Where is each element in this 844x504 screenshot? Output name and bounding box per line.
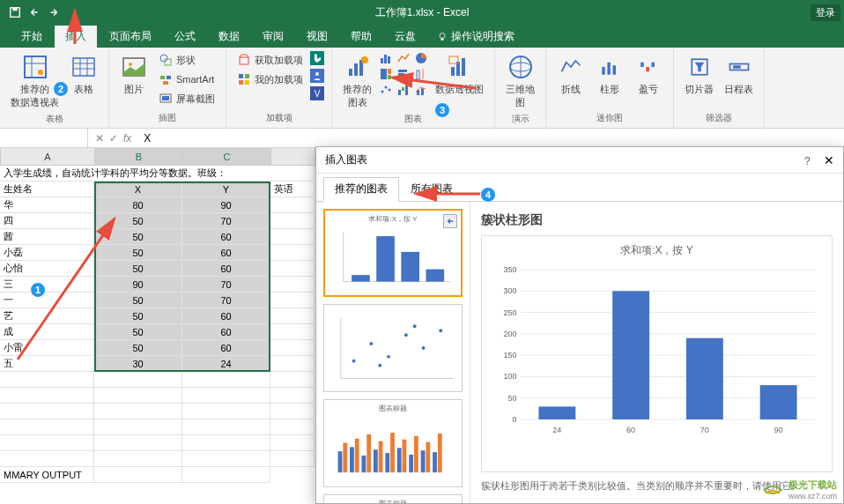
chart-thumb-2[interactable] bbox=[323, 304, 463, 392]
cancel-icon[interactable]: ✕ bbox=[95, 132, 104, 145]
cell-x[interactable]: 50 bbox=[94, 308, 182, 324]
save-icon[interactable] bbox=[7, 4, 23, 20]
tab-view[interactable]: 视图 bbox=[296, 26, 338, 48]
shapes-button[interactable]: 形状 bbox=[155, 51, 218, 69]
cell-header-name[interactable]: 生姓名 bbox=[0, 182, 94, 197]
smartart-button[interactable]: SmartArt bbox=[155, 70, 218, 88]
cell-empty[interactable] bbox=[182, 419, 270, 435]
bar-chart-icon[interactable] bbox=[396, 67, 411, 81]
visio-icon[interactable]: V bbox=[310, 86, 324, 100]
cell-name[interactable]: 小雷 bbox=[0, 340, 94, 356]
cell-empty[interactable] bbox=[0, 388, 94, 404]
pivot-chart-button[interactable]: 数据透视图 bbox=[432, 51, 487, 98]
expand-icon[interactable] bbox=[443, 214, 457, 228]
chart-thumb-3[interactable]: 图表标题 bbox=[323, 399, 463, 487]
cell-empty[interactable] bbox=[270, 451, 315, 467]
tab-review[interactable]: 审阅 bbox=[252, 26, 294, 48]
cell-x[interactable]: 50 bbox=[94, 340, 182, 356]
chart-preview[interactable]: 求和项:X，按 Y 05010015020025030035024607090 bbox=[481, 235, 833, 472]
name-box[interactable] bbox=[0, 129, 88, 147]
col-header-c[interactable]: C bbox=[183, 148, 271, 166]
cell-empty[interactable] bbox=[94, 404, 182, 419]
chart-thumb-1[interactable]: 求和项:X，按 Y bbox=[323, 209, 463, 297]
cell-empty[interactable] bbox=[270, 324, 315, 340]
cell-empty[interactable] bbox=[270, 277, 315, 293]
get-addins-button[interactable]: 获取加载项 bbox=[233, 51, 307, 69]
recommended-pivot-button[interactable]: 推荐的 数据透视表 bbox=[7, 51, 63, 111]
people-icon[interactable] bbox=[310, 69, 324, 83]
cell-empty[interactable] bbox=[270, 404, 315, 419]
cell-empty[interactable] bbox=[270, 197, 315, 213]
sparkline-column-button[interactable]: 柱形 bbox=[592, 51, 627, 98]
bing-icon[interactable] bbox=[310, 51, 324, 65]
cell-header-y[interactable]: Y bbox=[182, 182, 270, 197]
col-header-a[interactable]: A bbox=[1, 148, 95, 166]
cell-empty[interactable] bbox=[270, 293, 315, 308]
sparkline-winloss-button[interactable]: 盈亏 bbox=[631, 51, 666, 98]
formula-input[interactable]: X bbox=[138, 132, 844, 145]
cell-name[interactable]: 五 bbox=[0, 356, 94, 372]
cell-empty[interactable] bbox=[0, 419, 94, 435]
cell-empty[interactable] bbox=[270, 308, 315, 324]
cell-x[interactable]: 90 bbox=[94, 277, 182, 293]
cell-empty[interactable] bbox=[182, 451, 270, 467]
scatter-chart-icon[interactable] bbox=[379, 83, 393, 97]
cell-name[interactable]: 小磊 bbox=[0, 245, 94, 261]
tab-help[interactable]: 帮助 bbox=[340, 26, 382, 48]
line-chart-icon[interactable] bbox=[396, 51, 411, 65]
cell-empty[interactable] bbox=[182, 372, 270, 388]
chart-thumb-4[interactable]: 图表标题 bbox=[323, 494, 463, 503]
cell-empty[interactable] bbox=[270, 340, 315, 356]
my-addins-button[interactable]: 我的加载项 bbox=[233, 70, 307, 88]
cell-empty[interactable] bbox=[270, 388, 315, 404]
cell-y[interactable]: 24 bbox=[182, 356, 270, 372]
cell-empty[interactable] bbox=[0, 435, 94, 451]
cell-name[interactable]: 心怡 bbox=[0, 261, 94, 277]
cell-name[interactable]: 成 bbox=[0, 324, 94, 340]
pie-chart-icon[interactable] bbox=[414, 51, 428, 65]
cell-empty[interactable] bbox=[182, 404, 270, 419]
tab-cloud[interactable]: 云盘 bbox=[384, 26, 426, 48]
undo-icon[interactable] bbox=[26, 4, 42, 20]
cell-header-x[interactable]: X bbox=[94, 182, 182, 197]
cell-x[interactable]: 50 bbox=[94, 229, 182, 245]
cell-name[interactable]: 一 bbox=[0, 293, 94, 308]
cell-empty[interactable] bbox=[270, 213, 315, 229]
cell-empty[interactable] bbox=[94, 451, 182, 467]
cell-info[interactable]: 入学生成绩，自动统计学科的平均分等数据。班级： bbox=[0, 166, 315, 182]
cell-y[interactable]: 60 bbox=[182, 340, 270, 356]
redo-icon[interactable] bbox=[46, 4, 62, 20]
cell-empty[interactable] bbox=[94, 372, 182, 388]
fx-icon[interactable]: fx bbox=[123, 132, 131, 145]
cell-empty[interactable] bbox=[94, 419, 182, 435]
dialog-close-icon[interactable]: ✕ bbox=[824, 153, 834, 167]
cell-empty[interactable] bbox=[182, 435, 270, 451]
cell-name[interactable]: 四 bbox=[0, 213, 94, 229]
stats-chart-icon[interactable] bbox=[414, 67, 428, 81]
tab-formulas[interactable]: 公式 bbox=[164, 26, 206, 48]
cell-empty[interactable] bbox=[0, 372, 94, 388]
dialog-help-icon[interactable]: ? bbox=[804, 155, 811, 167]
cell-summary[interactable]: MMARY OUTPUT bbox=[0, 467, 94, 483]
screenshot-button[interactable]: 屏幕截图 bbox=[155, 90, 218, 107]
cell-empty[interactable] bbox=[270, 245, 315, 261]
waterfall-chart-icon[interactable] bbox=[396, 83, 411, 97]
picture-button[interactable]: 图片 bbox=[116, 51, 152, 98]
cell-empty[interactable] bbox=[182, 388, 270, 404]
tab-home[interactable]: 开始 bbox=[11, 26, 53, 48]
cell-y[interactable]: 60 bbox=[182, 229, 270, 245]
cell-empty[interactable] bbox=[94, 435, 182, 451]
slicer-button[interactable]: 切片器 bbox=[681, 51, 717, 98]
cell-empty[interactable] bbox=[270, 229, 315, 245]
cell-name[interactable]: 艺 bbox=[0, 308, 94, 324]
3d-map-button[interactable]: 三维地 图 bbox=[502, 51, 538, 111]
cell-y[interactable]: 60 bbox=[182, 324, 270, 340]
cell-empty[interactable] bbox=[94, 388, 182, 404]
tab-data[interactable]: 数据 bbox=[208, 26, 250, 48]
sparkline-line-button[interactable]: 折线 bbox=[553, 51, 589, 98]
cell-header-eng[interactable]: 英语 bbox=[270, 182, 315, 197]
cell-x[interactable]: 50 bbox=[94, 293, 182, 308]
cell-x[interactable]: 50 bbox=[94, 324, 182, 340]
cell-y[interactable]: 60 bbox=[182, 261, 270, 277]
timeline-button[interactable]: 日程表 bbox=[721, 51, 757, 98]
